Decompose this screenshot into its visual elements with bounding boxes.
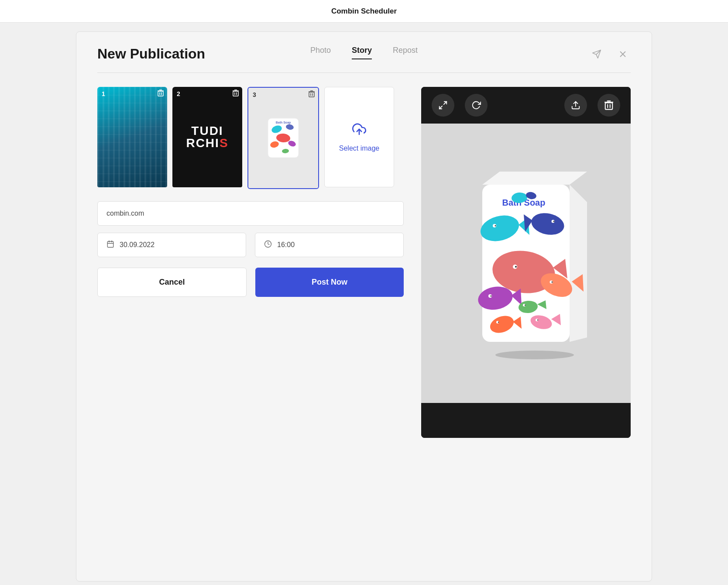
app-title: Combin Scheduler [331, 7, 397, 16]
svg-marker-44 [482, 172, 587, 185]
svg-point-72 [537, 320, 538, 320]
calendar-icon [106, 240, 114, 250]
svg-rect-28 [107, 241, 113, 248]
clock-icon [264, 240, 272, 250]
preview-toolbar [421, 87, 631, 124]
right-panel: Bath Soap [421, 87, 631, 567]
upload-icon [352, 122, 366, 139]
soap-preview-svg: Bath Soap [456, 167, 596, 359]
svg-point-48 [515, 266, 517, 268]
dialog-content: 1 [76, 73, 652, 581]
select-image-label: Select image [339, 145, 380, 152]
close-button[interactable] [615, 46, 631, 62]
tab-photo[interactable]: Photo [310, 46, 331, 59]
post-now-button[interactable]: Post Now [255, 268, 404, 297]
rotate-button[interactable] [465, 94, 488, 117]
expand-button[interactable] [432, 94, 454, 117]
svg-rect-9 [233, 91, 238, 96]
thumb-1-badge: 1 [102, 90, 105, 97]
thumb-1-delete-button[interactable] [158, 89, 164, 98]
svg-line-34 [440, 106, 442, 109]
svg-point-56 [553, 221, 555, 222]
date-time-row [97, 233, 404, 257]
time-input-wrapper [255, 233, 404, 257]
svg-point-60 [552, 282, 553, 283]
svg-rect-14 [309, 92, 314, 97]
left-panel: 1 [97, 87, 404, 567]
svg-line-33 [444, 102, 446, 104]
thumb-3-image: 3 [248, 88, 318, 188]
thumbnail-list: 1 [97, 87, 404, 189]
thumbnail-2[interactable]: 2 TUDIRCHIS [172, 87, 242, 189]
delete-button[interactable] [598, 94, 620, 117]
svg-point-52 [495, 225, 496, 227]
top-bar: Combin Scheduler [0, 0, 728, 23]
svg-point-41 [495, 351, 574, 359]
dialog-header: New Publication Photo Story Repost [76, 32, 652, 62]
thumb-2-image: 2 TUDIRCHIS [172, 87, 242, 187]
svg-marker-43 [570, 185, 587, 342]
tab-bar: Photo Story Repost [310, 46, 418, 59]
thumbnail-1[interactable]: 1 [97, 87, 167, 189]
dialog: New Publication Photo Story Repost [76, 31, 652, 582]
date-input[interactable] [120, 233, 237, 257]
time-input[interactable] [277, 233, 395, 257]
cancel-button[interactable]: Cancel [97, 268, 247, 297]
svg-point-76 [525, 305, 525, 306]
action-buttons: Cancel Post Now [97, 268, 404, 297]
svg-rect-4 [158, 91, 163, 96]
svg-point-64 [491, 296, 492, 297]
thumb-3-delete-button[interactable] [309, 90, 315, 99]
thumb-2-text: TUDIRCHIS [186, 125, 228, 149]
tab-repost[interactable]: Repost [393, 46, 418, 59]
form-group: Cancel Post Now [97, 201, 404, 297]
svg-text:Bath Soap: Bath Soap [276, 121, 291, 124]
date-input-wrapper [97, 233, 246, 257]
share-icon-button[interactable] [589, 46, 604, 62]
thumb-3-badge: 3 [253, 91, 256, 98]
thumb-2-badge: 2 [177, 90, 180, 97]
tab-story[interactable]: Story [352, 46, 372, 59]
thumbnail-3[interactable]: 3 [247, 87, 319, 189]
preview-container: Bath Soap [421, 87, 631, 438]
thumb-1-image: 1 [97, 87, 167, 187]
svg-point-68 [498, 322, 499, 323]
url-input[interactable] [97, 201, 404, 226]
thumb-3-soap-svg: Bath Soap [264, 114, 303, 162]
select-image-box[interactable]: Select image [324, 87, 394, 187]
svg-rect-36 [605, 103, 613, 110]
preview-bottom-bar [421, 403, 631, 438]
preview-image-area: Bath Soap [421, 124, 631, 403]
upload-button[interactable] [564, 94, 587, 117]
dialog-header-actions [589, 46, 631, 62]
thumb-2-delete-button[interactable] [233, 89, 239, 98]
